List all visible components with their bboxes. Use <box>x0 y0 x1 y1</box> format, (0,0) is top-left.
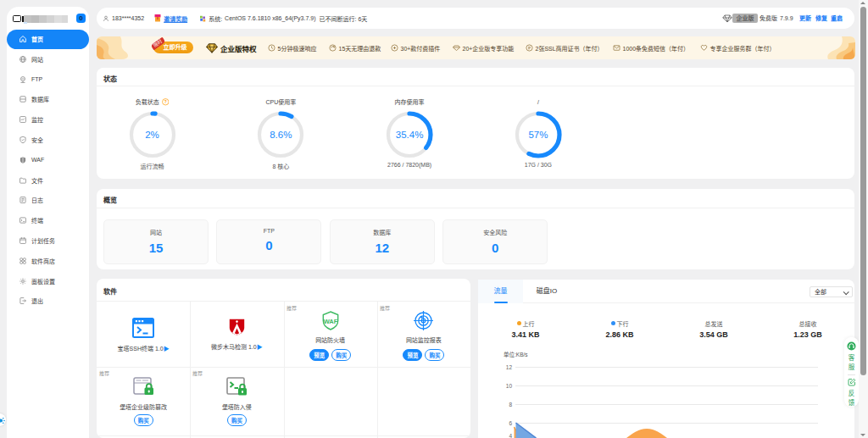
svg-text:6: 6 <box>509 420 512 426</box>
svg-text:4: 4 <box>509 433 512 438</box>
svg-text:?: ? <box>164 100 167 104</box>
svg-text:WAF: WAF <box>323 318 337 325</box>
svg-text:10: 10 <box>506 383 513 389</box>
svg-text:12: 12 <box>506 364 513 370</box>
svg-text:8: 8 <box>509 402 512 408</box>
